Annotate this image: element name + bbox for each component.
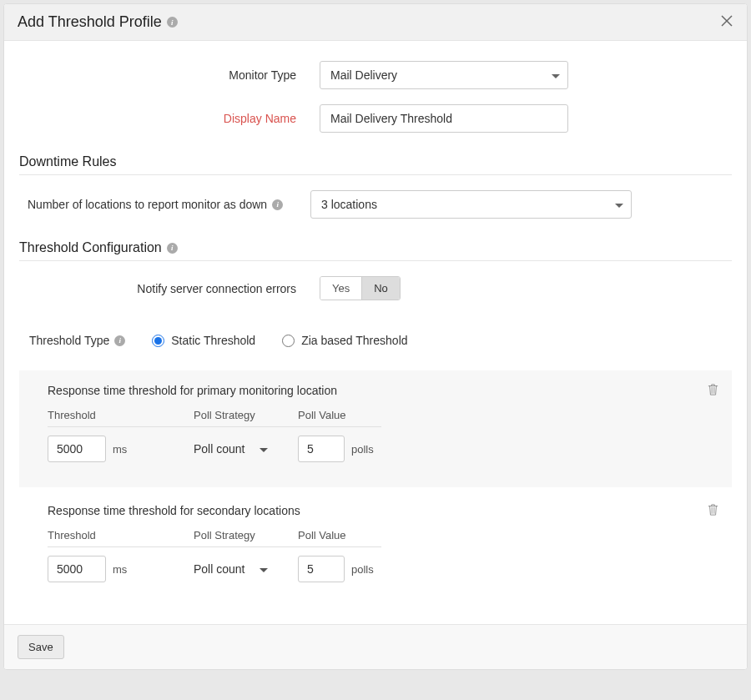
secondary-value-row: ms Poll count polls — [48, 556, 717, 582]
modal-body: Monitor Type Mail Delivery Display Name … — [4, 41, 747, 624]
primary-pollvalue-input[interactable] — [298, 436, 345, 462]
secondary-pollstrategy-cell: Poll count — [194, 562, 298, 576]
locations-label: Number of locations to report monitor as… — [19, 198, 283, 211]
primary-pollvalue-header: Poll Value — [298, 409, 381, 426]
secondary-threshold-unit: ms — [113, 563, 127, 576]
monitor-type-label: Monitor Type — [19, 68, 320, 82]
primary-threshold-header: Threshold — [48, 409, 194, 426]
primary-pollstrategy-cell: Poll count — [194, 442, 298, 456]
secondary-threshold-input[interactable] — [48, 556, 106, 582]
primary-headers: Threshold Poll Strategy Poll Value — [48, 409, 381, 427]
zia-threshold-radio[interactable]: Zia based Threshold — [282, 334, 407, 347]
display-name-input[interactable] — [320, 104, 568, 133]
modal-header: Add Threshold Profile i — [4, 4, 747, 41]
chevron-down-icon — [260, 562, 268, 576]
threshold-profile-modal: Add Threshold Profile i Monitor Type Mai… — [3, 3, 748, 670]
delete-primary-button[interactable] — [706, 382, 720, 400]
notify-toggle: Yes No — [320, 276, 401, 300]
monitor-type-row: Monitor Type Mail Delivery — [19, 61, 732, 89]
static-threshold-radio-input[interactable] — [152, 335, 164, 347]
downtime-rules-title-text: Downtime Rules — [19, 154, 116, 169]
locations-select-wrapper: 3 locations — [310, 190, 632, 219]
secondary-pollstrategy-value: Poll count — [194, 562, 244, 576]
display-name-label: Display Name — [19, 112, 320, 125]
primary-pollstrategy-select[interactable]: Poll count — [194, 442, 268, 456]
primary-threshold-card: Response time threshold for primary moni… — [19, 370, 732, 487]
secondary-pollvalue-cell: polls — [298, 556, 415, 582]
primary-pollvalue-unit: polls — [351, 443, 374, 456]
info-icon[interactable]: i — [167, 243, 178, 254]
modal-title: Add Threshold Profile i — [18, 13, 178, 31]
secondary-threshold-header: Threshold — [48, 529, 194, 546]
close-button[interactable] — [717, 11, 737, 33]
notify-yes-button[interactable]: Yes — [320, 277, 361, 300]
info-icon[interactable]: i — [167, 17, 178, 28]
threshold-config-section-title: Threshold Configuration i — [19, 240, 732, 261]
locations-select[interactable]: 3 locations — [310, 190, 632, 219]
zia-threshold-radio-input[interactable] — [282, 335, 295, 347]
secondary-pollstrategy-header: Poll Strategy — [194, 529, 298, 546]
secondary-threshold-card: Response time threshold for secondary lo… — [19, 491, 732, 607]
secondary-headers: Threshold Poll Strategy Poll Value — [48, 529, 381, 547]
primary-pollstrategy-header: Poll Strategy — [194, 409, 298, 426]
notify-no-button[interactable]: No — [361, 277, 400, 300]
secondary-threshold-cell: ms — [48, 556, 194, 582]
zia-threshold-label: Zia based Threshold — [301, 334, 407, 347]
close-icon — [720, 14, 733, 28]
static-threshold-label: Static Threshold — [171, 334, 255, 347]
chevron-down-icon — [260, 442, 268, 456]
trash-icon — [708, 504, 718, 516]
save-button[interactable]: Save — [18, 635, 64, 659]
primary-card-title: Response time threshold for primary moni… — [48, 384, 717, 397]
secondary-pollvalue-unit: polls — [351, 563, 374, 576]
secondary-pollstrategy-select[interactable]: Poll count — [194, 562, 268, 576]
primary-threshold-input[interactable] — [48, 436, 106, 462]
threshold-type-label-text: Threshold Type — [29, 334, 109, 347]
threshold-type-label: Threshold Type i — [29, 334, 125, 347]
modal-title-text: Add Threshold Profile — [18, 13, 162, 31]
locations-label-text: Number of locations to report monitor as… — [28, 198, 267, 211]
info-icon[interactable]: i — [114, 335, 125, 346]
primary-pollstrategy-value: Poll count — [194, 442, 244, 456]
monitor-type-select-wrapper: Mail Delivery — [320, 61, 568, 89]
threshold-config-title-text: Threshold Configuration — [19, 240, 162, 255]
primary-value-row: ms Poll count polls — [48, 436, 717, 462]
downtime-rules-section-title: Downtime Rules — [19, 154, 732, 175]
display-name-row: Display Name — [19, 104, 732, 133]
locations-row: Number of locations to report monitor as… — [19, 190, 732, 219]
secondary-card-title: Response time threshold for secondary lo… — [48, 504, 717, 517]
monitor-type-select[interactable]: Mail Delivery — [320, 61, 568, 89]
delete-secondary-button[interactable] — [706, 502, 720, 520]
notify-row: Notify server connection errors Yes No — [19, 276, 732, 300]
secondary-pollvalue-header: Poll Value — [298, 529, 381, 546]
notify-label: Notify server connection errors — [19, 282, 320, 295]
primary-threshold-unit: ms — [113, 443, 127, 456]
static-threshold-radio[interactable]: Static Threshold — [152, 334, 255, 347]
primary-pollvalue-cell: polls — [298, 436, 415, 462]
modal-footer: Save — [4, 624, 747, 669]
info-icon[interactable]: i — [272, 199, 283, 210]
trash-icon — [708, 384, 718, 395]
secondary-pollvalue-input[interactable] — [298, 556, 345, 582]
primary-threshold-cell: ms — [48, 436, 194, 462]
threshold-type-row: Threshold Type i Static Threshold Zia ba… — [19, 334, 732, 347]
